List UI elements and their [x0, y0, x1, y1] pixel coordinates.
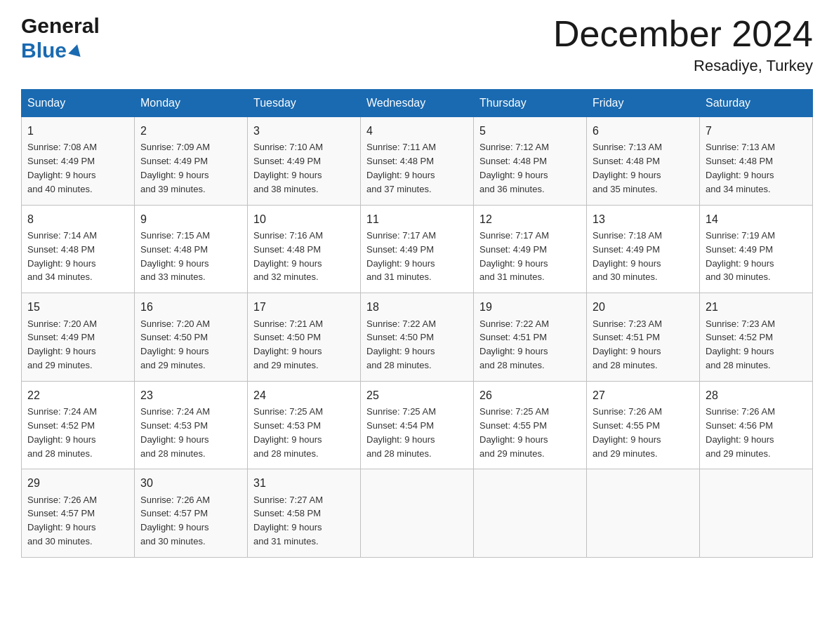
calendar-cell: 27Sunrise: 7:26 AMSunset: 4:55 PMDayligh…: [587, 381, 700, 469]
daylight-text: Daylight: 9 hoursand 36 minutes.: [479, 170, 548, 194]
daylight-text: Daylight: 9 hoursand 37 minutes.: [366, 170, 435, 194]
sunrise-text: Sunrise: 7:13 AM: [593, 142, 662, 152]
header-day-sunday: Sunday: [22, 90, 135, 117]
sunset-text: Sunset: 4:49 PM: [593, 244, 660, 255]
sunset-text: Sunset: 4:49 PM: [27, 332, 95, 342]
calendar-cell: 23Sunrise: 7:24 AMSunset: 4:53 PMDayligh…: [135, 381, 248, 469]
daylight-text: Daylight: 9 hoursand 28 minutes.: [706, 346, 774, 370]
day-number: 16: [140, 299, 241, 315]
daylight-text: Daylight: 9 hoursand 28 minutes.: [253, 434, 322, 459]
header-day-monday: Monday: [135, 90, 248, 117]
sunrise-text: Sunrise: 7:13 AM: [706, 142, 775, 152]
calendar-cell: 18Sunrise: 7:22 AMSunset: 4:50 PMDayligh…: [361, 293, 474, 382]
sunrise-text: Sunrise: 7:26 AM: [27, 495, 97, 505]
sunrise-text: Sunrise: 7:22 AM: [366, 318, 436, 329]
calendar-cell: 14Sunrise: 7:19 AMSunset: 4:49 PMDayligh…: [700, 205, 813, 293]
day-number: 24: [253, 387, 355, 403]
sunset-text: Sunset: 4:53 PM: [253, 420, 321, 431]
day-number: 30: [140, 475, 241, 491]
sunset-text: Sunset: 4:48 PM: [140, 244, 208, 255]
header-day-tuesday: Tuesday: [248, 90, 361, 117]
calendar-cell: 24Sunrise: 7:25 AMSunset: 4:53 PMDayligh…: [248, 381, 361, 469]
sunset-text: Sunset: 4:56 PM: [706, 420, 773, 431]
calendar-table: SundayMondayTuesdayWednesdayThursdayFrid…: [21, 89, 813, 558]
header-day-wednesday: Wednesday: [361, 90, 474, 117]
day-number: 25: [366, 387, 468, 403]
calendar-cell: [700, 469, 813, 558]
sunrise-text: Sunrise: 7:26 AM: [140, 495, 210, 505]
daylight-text: Daylight: 9 hoursand 30 minutes.: [593, 258, 661, 283]
sunset-text: Sunset: 4:50 PM: [366, 332, 434, 342]
day-number: 17: [253, 299, 355, 315]
sunrise-text: Sunrise: 7:23 AM: [706, 318, 775, 329]
sunrise-text: Sunrise: 7:15 AM: [140, 230, 210, 241]
logo-blue: Blue: [21, 39, 100, 63]
calendar-header-row: SundayMondayTuesdayWednesdayThursdayFrid…: [22, 90, 813, 117]
sunrise-text: Sunrise: 7:20 AM: [140, 318, 210, 329]
calendar-cell: 25Sunrise: 7:25 AMSunset: 4:54 PMDayligh…: [361, 381, 474, 469]
day-number: 2: [140, 123, 241, 139]
day-number: 11: [366, 211, 468, 227]
daylight-text: Daylight: 9 hoursand 29 minutes.: [253, 346, 322, 370]
daylight-text: Daylight: 9 hoursand 29 minutes.: [479, 434, 548, 459]
day-number: 31: [253, 475, 355, 491]
title-block: December 2024 Resadiye, Turkey: [553, 14, 813, 75]
calendar-cell: [361, 469, 474, 558]
sunset-text: Sunset: 4:57 PM: [27, 508, 95, 518]
day-number: 15: [27, 299, 128, 315]
calendar-cell: 17Sunrise: 7:21 AMSunset: 4:50 PMDayligh…: [248, 293, 361, 382]
calendar-cell: 1Sunrise: 7:08 AMSunset: 4:49 PMDaylight…: [22, 117, 135, 206]
day-number: 10: [253, 211, 355, 227]
sunset-text: Sunset: 4:53 PM: [140, 420, 208, 431]
day-number: 14: [706, 211, 807, 227]
sunrise-text: Sunrise: 7:26 AM: [706, 406, 775, 417]
calendar-cell: 12Sunrise: 7:17 AMSunset: 4:49 PMDayligh…: [474, 205, 587, 293]
calendar-cell: [474, 469, 587, 558]
day-number: 13: [593, 211, 694, 227]
sunrise-text: Sunrise: 7:17 AM: [366, 230, 436, 241]
day-number: 1: [27, 123, 128, 139]
day-number: 18: [366, 299, 468, 315]
day-number: 27: [593, 387, 694, 403]
calendar-cell: 28Sunrise: 7:26 AMSunset: 4:56 PMDayligh…: [700, 381, 813, 469]
day-number: 7: [706, 123, 807, 139]
sunset-text: Sunset: 4:57 PM: [140, 508, 208, 518]
daylight-text: Daylight: 9 hoursand 33 minutes.: [140, 258, 209, 283]
daylight-text: Daylight: 9 hoursand 34 minutes.: [27, 258, 96, 283]
daylight-text: Daylight: 9 hoursand 30 minutes.: [706, 258, 774, 283]
sunset-text: Sunset: 4:50 PM: [253, 332, 321, 342]
day-number: 19: [479, 299, 581, 315]
daylight-text: Daylight: 9 hoursand 32 minutes.: [253, 258, 322, 283]
daylight-text: Daylight: 9 hoursand 28 minutes.: [479, 346, 548, 370]
sunrise-text: Sunrise: 7:22 AM: [479, 318, 549, 329]
sunrise-text: Sunrise: 7:11 AM: [366, 142, 436, 152]
calendar-cell: 16Sunrise: 7:20 AMSunset: 4:50 PMDayligh…: [135, 293, 248, 382]
sunrise-text: Sunrise: 7:24 AM: [140, 406, 210, 417]
sunrise-text: Sunrise: 7:10 AM: [253, 142, 323, 152]
daylight-text: Daylight: 9 hoursand 30 minutes.: [140, 522, 209, 546]
calendar-cell: 11Sunrise: 7:17 AMSunset: 4:49 PMDayligh…: [361, 205, 474, 293]
day-number: 29: [27, 475, 128, 491]
daylight-text: Daylight: 9 hoursand 29 minutes.: [140, 346, 209, 370]
sunset-text: Sunset: 4:49 PM: [253, 156, 321, 166]
sunrise-text: Sunrise: 7:23 AM: [593, 318, 662, 329]
sunrise-text: Sunrise: 7:16 AM: [253, 230, 323, 241]
sunset-text: Sunset: 4:48 PM: [479, 156, 547, 166]
day-number: 9: [140, 211, 241, 227]
day-number: 8: [27, 211, 128, 227]
calendar-cell: 29Sunrise: 7:26 AMSunset: 4:57 PMDayligh…: [22, 469, 135, 558]
calendar-cell: 5Sunrise: 7:12 AMSunset: 4:48 PMDaylight…: [474, 117, 587, 206]
sunrise-text: Sunrise: 7:14 AM: [27, 230, 97, 241]
sunrise-text: Sunrise: 7:27 AM: [253, 495, 323, 505]
sunrise-text: Sunrise: 7:20 AM: [27, 318, 97, 329]
logo: General Blue: [21, 14, 100, 62]
day-number: 5: [479, 123, 581, 139]
sunrise-text: Sunrise: 7:26 AM: [593, 406, 662, 417]
sunrise-text: Sunrise: 7:09 AM: [140, 142, 210, 152]
calendar-cell: 19Sunrise: 7:22 AMSunset: 4:51 PMDayligh…: [474, 293, 587, 382]
sunset-text: Sunset: 4:48 PM: [593, 156, 660, 166]
sunset-text: Sunset: 4:58 PM: [253, 508, 321, 518]
daylight-text: Daylight: 9 hoursand 31 minutes.: [479, 258, 548, 283]
sunset-text: Sunset: 4:52 PM: [27, 420, 95, 431]
daylight-text: Daylight: 9 hoursand 29 minutes.: [27, 346, 96, 370]
